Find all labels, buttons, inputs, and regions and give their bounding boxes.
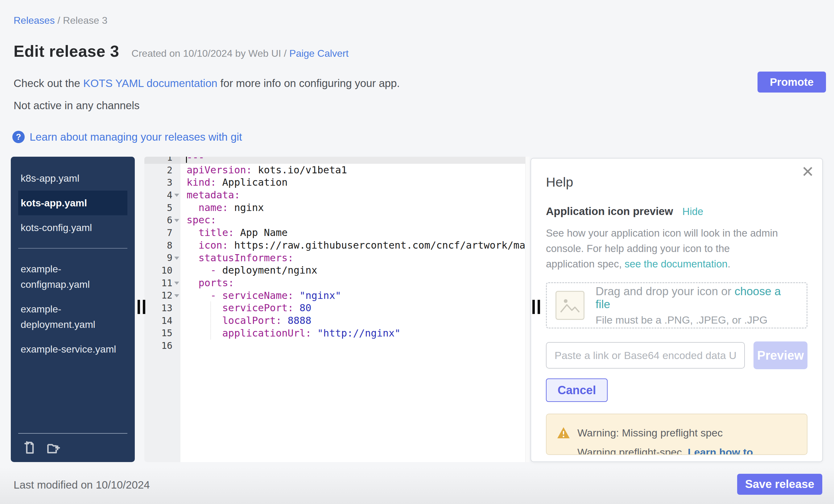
editor-line-2[interactable]: 2apiVersion: kots.io/v1beta1 — [144, 164, 525, 176]
editor-line-16[interactable]: 16 — [144, 339, 525, 352]
close-icon[interactable]: ✕ — [801, 164, 814, 179]
line-number: 2 — [144, 164, 180, 176]
sidebar-file-kots-config.yaml[interactable]: kots-config.yaml — [18, 215, 127, 240]
editor-line-4[interactable]: 4metadata: — [144, 189, 525, 201]
question-icon: ? — [12, 131, 25, 143]
sidebar-file-example-deployment.yaml[interactable]: example-deployment.yaml — [18, 297, 127, 337]
code-text: statusInformers: — [180, 252, 525, 264]
breadcrumb-releases-link[interactable]: Releases — [14, 15, 54, 26]
image-placeholder-icon — [555, 291, 585, 320]
add-file-icon[interactable] — [23, 440, 37, 455]
see-documentation-link[interactable]: see the documentation — [624, 258, 728, 269]
save-release-button[interactable]: Save release — [737, 474, 822, 495]
text-cursor — [186, 157, 187, 163]
file-sidebar: k8s-app.yamlkots-app.yamlkots-config.yam… — [11, 157, 135, 462]
editor-line-8[interactable]: 8 icon: https://raw.githubusercontent.co… — [144, 239, 525, 252]
fold-caret-icon[interactable] — [174, 194, 179, 197]
code-text: applicationUrl: "http://nginx" — [180, 327, 525, 339]
editor-scrollbar[interactable] — [525, 157, 530, 462]
line-number: 8 — [144, 239, 180, 252]
editor-line-9[interactable]: 9 statusInformers: — [144, 252, 525, 264]
code-text: - serviceName: "nginx" — [180, 289, 525, 302]
editor-line-13[interactable]: 13 servicePort: 80 — [144, 302, 525, 314]
dropzone-text: Drag and drop your icon or choose a file… — [596, 285, 798, 326]
sidebar-file-example-configmap.yaml[interactable]: example-configmap.yaml — [18, 257, 127, 297]
dropzone-text-prefix: Drag and drop your icon or — [596, 285, 734, 298]
last-modified-text: Last modified on 10/10/2024 — [14, 479, 150, 491]
code-text: apiVersion: kots.io/v1beta1 — [180, 164, 525, 176]
warning-detail: Warning preflight-spec. Learn how to con… — [557, 446, 796, 455]
description-period: . — [728, 258, 730, 269]
yaml-editor[interactable]: 1---2apiVersion: kots.io/v1beta13kind: A… — [144, 157, 530, 462]
breadcrumb: Releases / Release 3 — [14, 15, 107, 26]
editor-line-15[interactable]: 15 applicationUrl: "http://nginx" — [144, 327, 525, 339]
kots-yaml-docs-link[interactable]: KOTS YAML documentation — [83, 77, 217, 89]
fold-caret-icon[interactable] — [174, 257, 179, 260]
line-number: 15 — [144, 327, 180, 339]
line-number: 11 — [144, 277, 180, 289]
created-meta-text: Created on 10/10/2024 by Web UI / — [131, 48, 289, 59]
editor-line-12[interactable]: 12 - serviceName: "nginx" — [144, 289, 525, 302]
line-number: 13 — [144, 302, 180, 314]
docs-hint-prefix: Check out the — [14, 77, 83, 89]
warning-text: Warning: Missing preflight spec — [577, 427, 723, 439]
dropzone-file-rule: File must be a .PNG, .JPEG, or .JPG — [596, 314, 798, 326]
channel-status: Not active in any channels — [14, 99, 140, 112]
help-panel-resize-handle[interactable] — [532, 300, 540, 314]
help-title: Help — [546, 175, 808, 190]
page-title: Edit release 3 — [14, 42, 119, 61]
git-releases-link[interactable]: Learn about managing your releases with … — [29, 131, 242, 143]
sidebar-resize-handle[interactable] — [137, 300, 145, 314]
help-panel: ✕ Help Application icon preview Hide See… — [530, 158, 823, 462]
icon-preview-header: Application icon preview Hide — [546, 205, 808, 217]
fold-caret-icon[interactable] — [174, 219, 179, 222]
code-text — [180, 339, 525, 352]
breadcrumb-separator: / — [54, 15, 63, 26]
preview-button[interactable]: Preview — [753, 342, 808, 369]
title-row: Edit release 3 Created on 10/10/2024 by … — [14, 42, 349, 61]
line-number: 16 — [144, 339, 180, 352]
indent-guide — [210, 302, 211, 339]
file-group-primary: k8s-app.yamlkots-app.yamlkots-config.yam… — [11, 166, 135, 240]
editor-lines: 1---2apiVersion: kots.io/v1beta13kind: A… — [144, 157, 525, 352]
line-number: 7 — [144, 226, 180, 239]
preflight-warning-box: Warning: Missing preflight spec Warning … — [546, 414, 808, 455]
sidebar-file-k8s-app.yaml[interactable]: k8s-app.yaml — [18, 166, 127, 191]
editor-line-7[interactable]: 7 title: App Name — [144, 226, 525, 239]
breadcrumb-current: Release 3 — [63, 15, 107, 26]
line-number: 5 — [144, 201, 180, 214]
created-meta: Created on 10/10/2024 by Web UI / Paige … — [131, 48, 349, 59]
line-number: 3 — [144, 176, 180, 189]
editor-line-11[interactable]: 11 ports: — [144, 277, 525, 289]
line-number: 12 — [144, 289, 180, 302]
editor-line-1[interactable]: 1--- — [144, 157, 525, 164]
editor-line-3[interactable]: 3kind: Application — [144, 176, 525, 189]
docs-hint-suffix: for more info on configuring your app. — [217, 77, 400, 89]
code-text: icon: https://raw.githubusercontent.com/… — [180, 239, 525, 252]
icon-url-row: Preview — [546, 342, 808, 369]
icon-url-input[interactable] — [546, 342, 745, 369]
editor-line-6[interactable]: 6spec: — [144, 214, 525, 226]
cancel-button[interactable]: Cancel — [546, 378, 608, 402]
sidebar-divider — [18, 248, 127, 248]
hide-link[interactable]: Hide — [682, 206, 703, 217]
code-text: - deployment/nginx — [180, 264, 525, 277]
line-number: 4 — [144, 189, 180, 201]
sidebar-file-example-service.yaml[interactable]: example-service.yaml — [18, 337, 127, 361]
code-text: spec: — [180, 214, 525, 226]
author-link[interactable]: Paige Calvert — [289, 48, 349, 59]
line-number: 10 — [144, 264, 180, 277]
icon-preview-description: See how your application icon will look … — [546, 225, 780, 272]
editor-line-10[interactable]: 10 - deployment/nginx — [144, 264, 525, 277]
icon-dropzone[interactable]: Drag and drop your icon or choose a file… — [546, 282, 808, 328]
fold-caret-icon[interactable] — [174, 294, 179, 297]
fold-caret-icon[interactable] — [174, 282, 179, 285]
editor-line-5[interactable]: 5 name: nginx — [144, 201, 525, 214]
code-text: name: nginx — [180, 201, 525, 214]
promote-button[interactable]: Promote — [758, 71, 826, 92]
add-folder-icon[interactable] — [46, 440, 60, 455]
editor-line-14[interactable]: 14 localPort: 8888 — [144, 314, 525, 327]
code-text: ports: — [180, 277, 525, 289]
sidebar-file-kots-app.yaml[interactable]: kots-app.yaml — [18, 191, 127, 215]
line-number: 14 — [144, 314, 180, 327]
